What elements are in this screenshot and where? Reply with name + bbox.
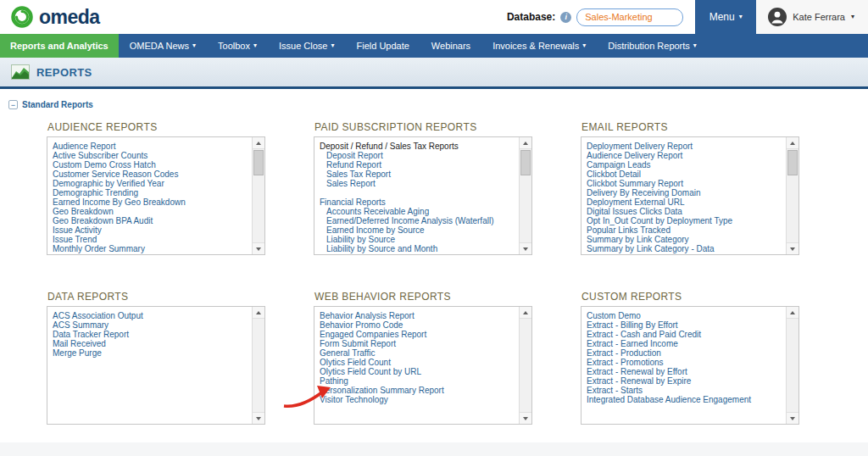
nav-item-field-update[interactable]: Field Update bbox=[345, 34, 420, 58]
report-link-geo-breakdown[interactable]: Geo Breakdown bbox=[53, 207, 248, 216]
vertical-scrollbar[interactable] bbox=[252, 307, 264, 424]
report-link-extract-renewal-by-effort[interactable]: Extract - Renewal by Effort bbox=[587, 367, 782, 376]
report-link-behavior-analysis-report[interactable]: Behavior Analysis Report bbox=[320, 311, 515, 320]
report-link-deployment-external-url[interactable]: Deployment External URL bbox=[587, 197, 782, 207]
nav-item-distribution-reports[interactable]: Distribution Reports▾ bbox=[597, 34, 708, 58]
report-link-liability-by-source-and-month[interactable]: Liability by Source and Month bbox=[320, 244, 515, 253]
report-link-extract-renewal-by-expire[interactable]: Extract - Renewal by Expire bbox=[587, 376, 782, 386]
nav-item-omeda-news[interactable]: OMEDA News▾ bbox=[119, 34, 207, 58]
scroll-up-button[interactable] bbox=[787, 307, 798, 319]
report-link-delivery-by-receiving-domain[interactable]: Delivery By Receiving Domain bbox=[587, 188, 782, 197]
report-link-acs-summary[interactable]: ACS Summary bbox=[53, 320, 248, 330]
report-link-audience-report[interactable]: Audience Report bbox=[53, 142, 248, 151]
report-link-refund-report[interactable]: Refund Report bbox=[320, 160, 515, 170]
scroll-up-button[interactable] bbox=[520, 307, 531, 319]
vertical-scrollbar[interactable] bbox=[519, 137, 531, 254]
report-link-clickbot-summary-report[interactable]: Clickbot Summary Report bbox=[587, 179, 782, 188]
report-link-customer-service-reason-codes[interactable]: Customer Service Reason Codes bbox=[53, 170, 248, 179]
vertical-scrollbar[interactable] bbox=[786, 137, 798, 254]
nav-item-issue-close[interactable]: Issue Close▾ bbox=[268, 34, 346, 58]
report-link-olytics-field-count[interactable]: Olytics Field Count bbox=[320, 358, 515, 367]
report-link-clickbot-detail[interactable]: Clickbot Detail bbox=[587, 170, 782, 179]
report-link-pathing[interactable]: Pathing bbox=[320, 376, 515, 386]
scroll-down-button[interactable] bbox=[520, 242, 531, 254]
nav-item-invoices-renewals[interactable]: Invoices & Renewals▾ bbox=[481, 34, 597, 58]
report-link-general-traffic[interactable]: General Traffic bbox=[320, 348, 515, 358]
scroll-down-button[interactable] bbox=[253, 242, 264, 254]
report-link-gl-upload[interactable]: GL Upload bbox=[320, 253, 515, 255]
triangle-down-icon bbox=[790, 247, 795, 251]
report-link-personalization-summary-report[interactable]: Personalization Summary Report bbox=[320, 386, 515, 395]
omeda-logo[interactable]: omeda bbox=[10, 5, 100, 29]
report-link-custom-demo[interactable]: Custom Demo bbox=[587, 311, 782, 320]
report-link-summary-by-link-category-data[interactable]: Summary by Link Category - Data bbox=[587, 244, 782, 253]
report-link-visitor-technology[interactable]: Visitor Technology bbox=[320, 395, 515, 404]
scroll-up-button[interactable] bbox=[787, 137, 798, 149]
report-link-issue-activity[interactable]: Issue Activity bbox=[53, 225, 248, 235]
info-icon[interactable]: i bbox=[560, 12, 571, 23]
report-link-extract-starts[interactable]: Extract - Starts bbox=[587, 386, 782, 395]
report-link-liability-by-source[interactable]: Liability by Source bbox=[320, 235, 515, 244]
database-label: Database: bbox=[507, 11, 555, 23]
report-link-integrated-database-audience-engagement[interactable]: Integrated Database Audience Engagement bbox=[587, 395, 782, 404]
report-link-data-tracker-report[interactable]: Data Tracker Report bbox=[53, 330, 248, 339]
report-link-earned-income-by-geo-breakdown[interactable]: Earned Income By Geo Breakdown bbox=[53, 197, 248, 207]
report-link-geo-breakdown-bpa-audit[interactable]: Geo Breakdown BPA Audit bbox=[53, 216, 248, 225]
report-link-earned-income-by-source[interactable]: Earned Income by Source bbox=[320, 225, 515, 235]
report-link-behavior-promo-code[interactable]: Behavior Promo Code bbox=[320, 320, 515, 330]
user-menu[interactable]: Kate Ferrara ▾ bbox=[756, 0, 868, 34]
report-link-extract-billing-by-effort[interactable]: Extract - Billing By Effort bbox=[587, 320, 782, 330]
standard-reports-toggle[interactable]: − Standard Reports bbox=[8, 100, 868, 109]
report-link-extract-promotions[interactable]: Extract - Promotions bbox=[587, 358, 782, 367]
report-link-acs-association-output[interactable]: ACS Association Output bbox=[53, 311, 248, 320]
triangle-up-icon bbox=[256, 311, 261, 314]
scroll-down-button[interactable] bbox=[520, 412, 531, 424]
report-link-deployment-delivery-report[interactable]: Deployment Delivery Report bbox=[587, 142, 782, 151]
report-link-earned-deferred-income-analysis-waterfall[interactable]: Earned/Deferred Income Analysis (Waterfa… bbox=[320, 216, 515, 225]
report-link-engaged-companies-report[interactable]: Engaged Companies Report bbox=[320, 330, 515, 339]
report-link-summary-stats[interactable]: Summary Stats bbox=[587, 253, 782, 255]
report-link-new-names-source[interactable]: New Names Source bbox=[53, 253, 248, 255]
report-link-active-subscriber-counts[interactable]: Active Subscriber Counts bbox=[53, 151, 248, 160]
scroll-down-button[interactable] bbox=[787, 242, 798, 254]
scrollbar-thumb[interactable] bbox=[520, 150, 531, 175]
report-link-deposit-report[interactable]: Deposit Report bbox=[320, 151, 515, 160]
vertical-scrollbar[interactable] bbox=[519, 307, 531, 424]
nav-item-webinars[interactable]: Webinars bbox=[420, 34, 481, 58]
report-link-campaign-leads[interactable]: Campaign Leads bbox=[587, 160, 782, 170]
report-link-extract-earned-income[interactable]: Extract - Earned Income bbox=[587, 339, 782, 348]
report-link-form-submit-report[interactable]: Form Submit Report bbox=[320, 339, 515, 348]
report-link-mail-received[interactable]: Mail Received bbox=[53, 339, 248, 348]
report-link-summary-by-link-category[interactable]: Summary by Link Category bbox=[587, 235, 782, 244]
report-link-extract-cash-and-paid-credit[interactable]: Extract - Cash and Paid Credit bbox=[587, 330, 782, 339]
report-link-issue-trend[interactable]: Issue Trend bbox=[53, 235, 248, 244]
vertical-scrollbar[interactable] bbox=[252, 137, 264, 254]
report-link-demographic-trending[interactable]: Demographic Trending bbox=[53, 188, 248, 197]
scroll-down-button[interactable] bbox=[787, 412, 798, 424]
report-link-digital-issues-clicks-data[interactable]: Digital Issues Clicks Data bbox=[587, 207, 782, 216]
collapse-icon: − bbox=[8, 100, 18, 109]
scroll-up-button[interactable] bbox=[253, 307, 264, 319]
scroll-up-button[interactable] bbox=[520, 137, 531, 149]
report-link-demographic-by-verified-year[interactable]: Demographic by Verified Year bbox=[53, 179, 248, 188]
report-link-popular-links-tracked[interactable]: Popular Links Tracked bbox=[587, 225, 782, 235]
scroll-up-button[interactable] bbox=[253, 137, 264, 149]
scroll-down-button[interactable] bbox=[253, 412, 264, 424]
scrollbar-thumb[interactable] bbox=[787, 150, 798, 175]
menu-button[interactable]: Menu ▾ bbox=[695, 0, 756, 34]
database-input[interactable] bbox=[576, 8, 683, 26]
nav-item-toolbox[interactable]: Toolbox▾ bbox=[207, 34, 268, 58]
report-link-sales-report[interactable]: Sales Report bbox=[320, 179, 515, 188]
report-link-accounts-receivable-aging[interactable]: Accounts Receivable Aging bbox=[320, 207, 515, 216]
report-link-audience-delivery-report[interactable]: Audience Delivery Report bbox=[587, 151, 782, 160]
report-link-monthly-order-summary[interactable]: Monthly Order Summary bbox=[53, 244, 248, 253]
nav-item-reports-and-analytics[interactable]: Reports and Analytics bbox=[0, 34, 119, 58]
report-link-merge-purge[interactable]: Merge Purge bbox=[53, 348, 248, 358]
report-link-opt-in-out-count-by-deployment-type[interactable]: Opt In_Out Count by Deployment Type bbox=[587, 216, 782, 225]
scrollbar-thumb[interactable] bbox=[253, 150, 264, 175]
report-link-extract-production[interactable]: Extract - Production bbox=[587, 348, 782, 358]
report-link-olytics-field-count-by-url[interactable]: Olytics Field Count by URL bbox=[320, 367, 515, 376]
report-link-sales-tax-report[interactable]: Sales Tax Report bbox=[320, 170, 515, 179]
vertical-scrollbar[interactable] bbox=[786, 307, 798, 424]
report-link-custom-demo-cross-hatch[interactable]: Custom Demo Cross Hatch bbox=[53, 160, 248, 170]
